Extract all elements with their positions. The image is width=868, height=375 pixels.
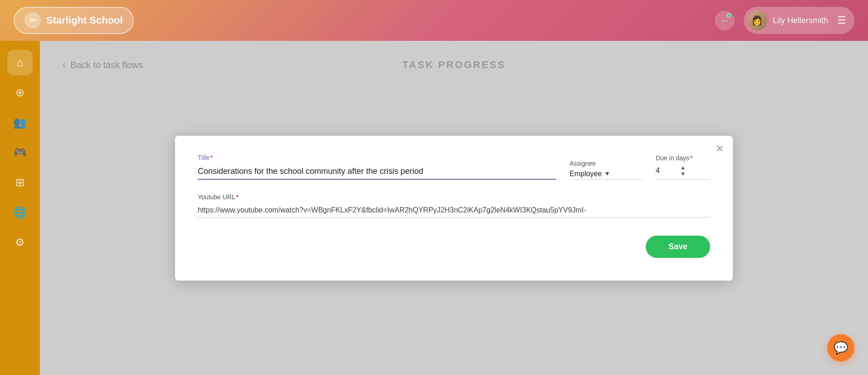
spinner: ▲ ▼ <box>680 164 686 178</box>
spinner-up-button[interactable]: ▲ <box>680 164 686 171</box>
chat-fab-button[interactable]: 💬 <box>827 334 854 361</box>
school-name: Starlight School <box>46 15 123 26</box>
due-days-wrap: ▲ ▼ <box>656 164 710 180</box>
form-top-row: Title* Assignee Employee Teacher Princip… <box>198 154 710 180</box>
avatar: 👩 <box>747 10 767 30</box>
due-days-group: Due in days* ▲ ▼ <box>656 154 710 180</box>
task-modal: ✕ Title* Assignee Employee Teacher <box>175 136 733 281</box>
notification-dot <box>727 13 731 18</box>
navigate-icon: ⊕ <box>15 86 24 99</box>
youtube-url-label: Youtube URL* <box>198 193 710 201</box>
sidebar: ⌂ ⊕ 👥 🎮 ⊞ 🌐 ⚙ <box>0 41 40 375</box>
sidebar-item-home[interactable]: ⌂ <box>7 50 33 75</box>
save-button[interactable]: Save <box>646 236 710 258</box>
modal-overlay: ✕ Title* Assignee Employee Teacher <box>40 41 868 375</box>
messages-button[interactable]: ··· <box>715 10 735 30</box>
close-button[interactable]: ✕ <box>716 143 724 155</box>
sidebar-item-table[interactable]: ⊞ <box>7 170 33 195</box>
due-days-input[interactable] <box>656 167 678 175</box>
sidebar-item-people[interactable]: 👥 <box>7 110 33 135</box>
header: ✏ Starlight School ··· 👩 Lily Hellersmit… <box>0 0 868 41</box>
school-logo[interactable]: ✏ Starlight School <box>14 7 134 34</box>
hamburger-icon: ☰ <box>837 15 846 26</box>
avatar-image: 👩 <box>747 10 767 30</box>
sidebar-item-settings[interactable]: ⚙ <box>7 230 33 255</box>
table-icon: ⊞ <box>15 176 24 189</box>
sidebar-item-games[interactable]: 🎮 <box>7 140 33 165</box>
sidebar-item-org[interactable]: 🌐 <box>7 200 33 225</box>
sidebar-item-navigate[interactable]: ⊕ <box>7 80 33 105</box>
title-group: Title* <box>198 154 556 180</box>
assignee-label: Assignee <box>570 160 642 167</box>
modal-footer: Save <box>198 236 710 258</box>
close-icon: ✕ <box>716 143 724 155</box>
title-label: Title* <box>198 154 556 161</box>
username: Lily Hellersmith <box>773 16 828 25</box>
home-icon: ⌂ <box>17 56 24 69</box>
people-icon: 👥 <box>13 116 27 129</box>
chat-fab-icon: 💬 <box>834 341 848 355</box>
header-right: ··· 👩 Lily Hellersmith ☰ <box>715 7 854 34</box>
title-input[interactable] <box>198 164 556 180</box>
dropdown-arrow-icon: ▼ <box>604 170 610 177</box>
org-icon: 🌐 <box>13 206 27 219</box>
spinner-down-button[interactable]: ▼ <box>680 171 686 177</box>
youtube-url-group: Youtube URL* <box>198 193 710 217</box>
games-icon: 🎮 <box>13 146 27 159</box>
assignee-group: Assignee Employee Teacher Principal Admi… <box>570 160 642 180</box>
due-days-label: Due in days* <box>656 154 710 162</box>
youtube-url-input[interactable] <box>198 203 710 217</box>
user-menu[interactable]: 👩 Lily Hellersmith ☰ <box>744 7 854 34</box>
main-content: ‹ Back to task flows TASK PROGRESS ✕ Tit… <box>40 41 868 375</box>
assignee-select-wrap: Employee Teacher Principal Admin ▼ <box>570 170 642 180</box>
logo-icon: ✏ <box>24 12 41 29</box>
settings-icon: ⚙ <box>15 236 25 249</box>
